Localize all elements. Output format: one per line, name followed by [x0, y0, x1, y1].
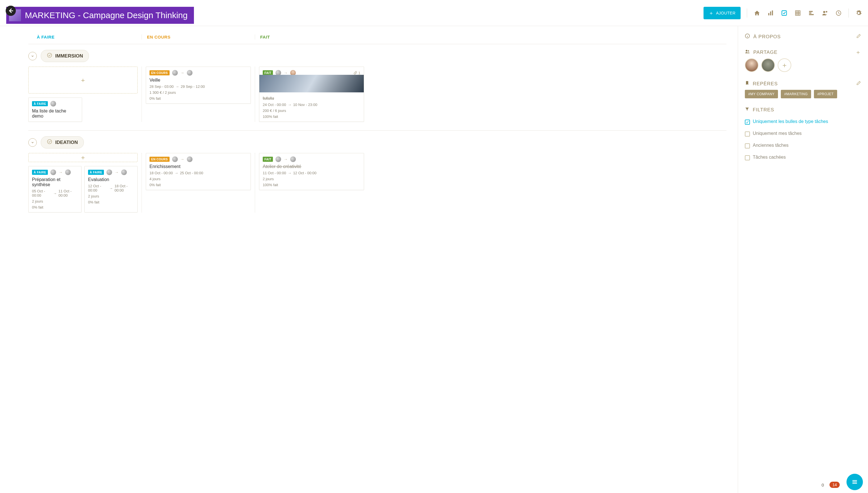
section-about: À PROPOS: [745, 34, 861, 40]
lane-col-todo: ＋ À FAIRE → Préparation et synthèse: [28, 153, 141, 213]
task-card[interactable]: FAIT → Atelier de créativité 11 Oct - 00…: [259, 153, 364, 190]
column-header-done[interactable]: FAIT: [255, 35, 368, 39]
section-header: REPÈRES: [745, 81, 861, 87]
app-header: MARKETING - Campagne Design Thinking ＋ A…: [0, 0, 868, 26]
avatar: [50, 101, 56, 107]
task-card[interactable]: À FAIRE Ma liste de tache demo: [28, 98, 82, 122]
svg-rect-7: [809, 14, 814, 15]
checkbox-icon: [745, 131, 750, 136]
status-badge: EN COURS: [150, 70, 169, 76]
avatar: [172, 156, 178, 162]
menu-icon: [851, 478, 858, 485]
card-dates: 24 Oct - 00:00 → 10 Nov - 23:00: [263, 103, 360, 107]
card-progress: 0% fait: [88, 200, 134, 204]
card-title: Ma liste de tache demo: [32, 108, 78, 119]
card-title: Veille: [150, 78, 247, 83]
back-button[interactable]: [6, 6, 16, 16]
task-card[interactable]: EN COURS → Enrichissement 18 Oct - 00:00…: [146, 153, 251, 190]
timeline-icon[interactable]: [835, 9, 842, 17]
column-header-todo[interactable]: À FAIRE: [28, 35, 141, 39]
svg-point-15: [748, 50, 749, 52]
gantt-icon[interactable]: [808, 9, 815, 17]
avatar: [65, 169, 71, 175]
bottom-counts: 0 14: [822, 482, 840, 488]
project-banner[interactable]: MARKETING - Campagne Design Thinking: [6, 7, 194, 24]
task-card[interactable]: À FAIRE → Préparation et synthèse 05 Oct…: [28, 166, 82, 213]
people-icon[interactable]: [821, 9, 829, 17]
filter-option[interactable]: Anciennes tâches: [745, 143, 861, 148]
lane-collapse-button[interactable]: [28, 138, 37, 147]
card-header: EN COURS →: [150, 70, 247, 76]
home-icon[interactable]: [753, 9, 761, 17]
fab-menu-button[interactable]: [846, 474, 863, 490]
column-header-doing[interactable]: EN COURS: [141, 35, 255, 39]
add-card-button[interactable]: ＋: [28, 153, 138, 162]
grid-icon[interactable]: [794, 9, 801, 17]
avatar: [121, 169, 127, 175]
add-share-button[interactable]: ＋: [778, 58, 791, 72]
card-header: À FAIRE →: [32, 169, 78, 175]
arrow-right-icon: →: [284, 157, 288, 162]
lane-col-doing: EN COURS → Veille 28 Sep - 03:00 → 29 Se…: [141, 67, 255, 122]
card-progress: 0% fait: [32, 205, 78, 209]
avatar: [275, 156, 281, 162]
share-avatars: ＋: [745, 58, 861, 72]
header-actions: ＋ AJOUTER: [704, 7, 862, 19]
filter-label: Tâches cachées: [753, 155, 786, 160]
check-circle-icon: [47, 52, 52, 60]
status-badge: À FAIRE: [32, 170, 48, 175]
tag[interactable]: #MY COMPANY: [745, 90, 778, 98]
card-progress: 100% fait: [263, 114, 360, 119]
section-header: FILTRES: [745, 107, 861, 113]
add-button[interactable]: ＋ AJOUTER: [704, 7, 740, 19]
card-title: Evaluation: [88, 177, 134, 182]
edit-icon[interactable]: [856, 81, 861, 87]
shared-user-avatar[interactable]: [761, 58, 775, 72]
add-share-icon[interactable]: ＋: [855, 48, 861, 56]
checkbox-icon: [745, 143, 750, 148]
gear-icon[interactable]: [855, 9, 862, 17]
section-title: À PROPOS: [753, 34, 781, 40]
lane-pill[interactable]: IDEATION: [41, 136, 84, 148]
lane-header: IDEATION: [28, 136, 727, 148]
plus-icon: ＋: [709, 9, 714, 17]
card-header: FAIT →: [263, 156, 360, 162]
arrow-right-icon: →: [175, 171, 178, 175]
task-card[interactable]: EN COURS → Veille 28 Sep - 03:00 → 29 Se…: [146, 67, 251, 104]
filter-icon: [745, 107, 749, 113]
add-card-button[interactable]: ＋: [28, 67, 138, 93]
date-to: 25 Oct - 00:00: [180, 171, 203, 175]
date-from: 24 Oct - 00:00: [263, 103, 286, 107]
card-header: À FAIRE →: [88, 169, 134, 175]
avatar: [106, 169, 112, 175]
filter-label: Uniquement les bulles de type tâches: [753, 119, 828, 124]
lane-pill[interactable]: IMMERSION: [41, 50, 89, 62]
separator: [747, 8, 747, 18]
stats-icon[interactable]: [767, 9, 774, 17]
tasks-icon[interactable]: [780, 9, 788, 17]
filter-option[interactable]: ✓ Uniquement les bulles de type tâches: [745, 119, 861, 125]
tag[interactable]: #MARKETING: [781, 90, 811, 98]
task-card[interactable]: À FAIRE → Evaluation 12 Oct - 00:00 → 18…: [84, 166, 138, 213]
filter-option[interactable]: Tâches cachées: [745, 155, 861, 160]
arrow-right-icon: →: [115, 170, 119, 174]
filter-option[interactable]: Uniquement mes tâches: [745, 131, 861, 136]
card-duration: 2 jours: [32, 199, 78, 203]
notification-badge[interactable]: 14: [829, 482, 840, 488]
edit-icon[interactable]: [856, 34, 861, 40]
task-card[interactable]: FAIT → 1 tututu 24 Oct - 00:: [259, 67, 364, 122]
kanban-board: À FAIRE EN COURS FAIT IMMERSION: [0, 26, 738, 493]
lane-col-todo: ＋ À FAIRE Ma liste de tache demo: [28, 67, 141, 122]
date-from: 05 Oct - 00:00: [32, 189, 51, 197]
svg-point-12: [48, 140, 52, 144]
tag[interactable]: #PROJET: [814, 90, 837, 98]
section-filters: FILTRES ✓ Uniquement les bulles de type …: [745, 107, 861, 160]
avatar: [50, 169, 56, 175]
date-from: 11 Oct - 00:00: [263, 171, 286, 175]
shared-user-avatar[interactable]: [745, 58, 758, 72]
date-from: 12 Oct - 00:00: [88, 184, 108, 192]
card-dates: 05 Oct - 00:00 → 11 Oct - 00:00: [32, 189, 78, 197]
filter-label: Anciennes tâches: [753, 143, 789, 148]
lane-collapse-button[interactable]: [28, 52, 37, 60]
card-cost: 1 300 € / 2 jours: [150, 90, 247, 94]
